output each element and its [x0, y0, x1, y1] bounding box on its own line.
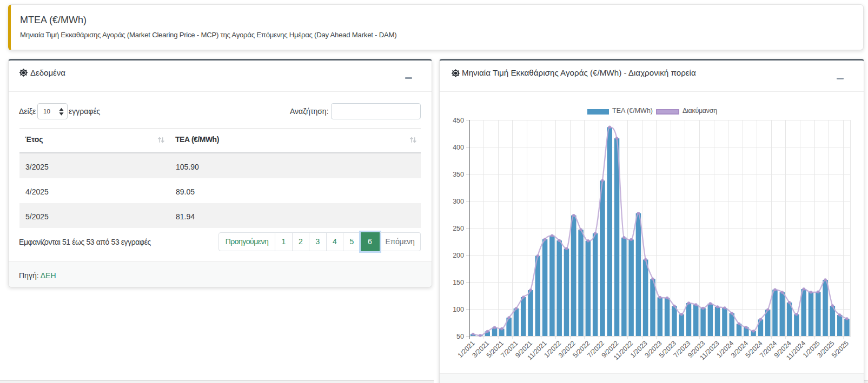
- svg-text:250: 250: [453, 225, 464, 232]
- svg-text:50: 50: [456, 333, 464, 340]
- svg-text:400: 400: [453, 144, 464, 151]
- svg-text:450: 450: [453, 117, 464, 124]
- svg-text:100: 100: [453, 306, 464, 313]
- svg-text:200: 200: [453, 252, 464, 259]
- svg-text:150: 150: [453, 279, 464, 286]
- svg-text:300: 300: [453, 198, 464, 205]
- svg-text:350: 350: [453, 171, 464, 178]
